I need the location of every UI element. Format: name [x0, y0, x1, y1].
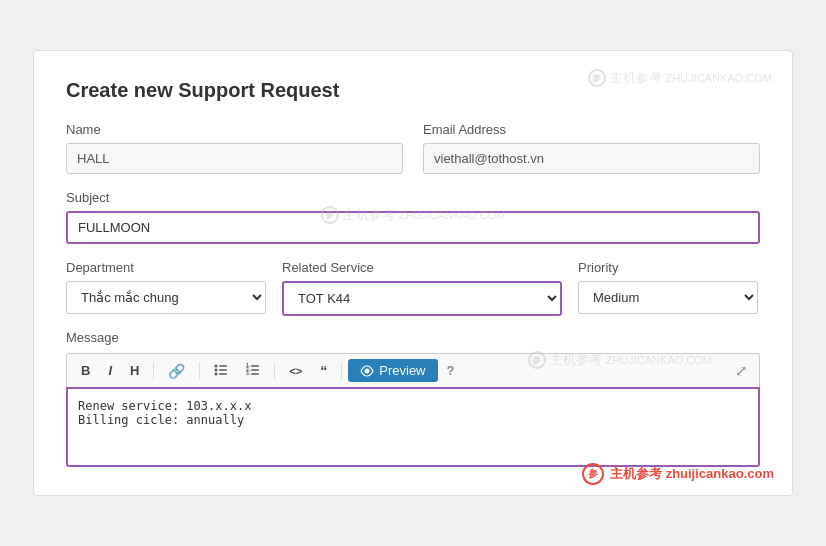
link-button[interactable]: 🔗: [160, 359, 193, 383]
heading-button[interactable]: H: [122, 359, 147, 382]
svg-text:3.: 3.: [246, 370, 251, 376]
message-section: Message B I H 🔗: [66, 330, 760, 471]
subject-row: Subject: [66, 190, 760, 244]
svg-rect-11: [251, 373, 259, 375]
card-title: Create new Support Request: [66, 79, 760, 102]
related-service-select[interactable]: TOT K44 TOT K33 Khác: [282, 281, 562, 316]
svg-rect-7: [251, 365, 259, 367]
support-request-card: 参 主机参考 ZHUJICANKAO.COM 参 主机参考 ZHUJICANKA…: [33, 50, 793, 496]
related-service-group: Related Service TOT K44 TOT K33 Khác: [282, 260, 562, 316]
email-input[interactable]: [423, 143, 760, 174]
name-input[interactable]: [66, 143, 403, 174]
preview-label: Preview: [379, 363, 425, 378]
priority-group: Priority Low Medium High Critical: [578, 260, 758, 316]
separator-1: [153, 362, 154, 380]
watermark-bottom-circle: 参: [582, 463, 604, 485]
department-label: Department: [66, 260, 266, 275]
svg-point-4: [215, 373, 218, 376]
watermark-bottom: 参 主机参考 zhuijicankao.com: [582, 463, 774, 485]
ordered-list-button[interactable]: 1. 2. 3.: [238, 358, 268, 383]
related-service-label: Related Service: [282, 260, 562, 275]
subject-label: Subject: [66, 190, 760, 205]
subject-input[interactable]: [66, 211, 760, 244]
code-button[interactable]: <>: [281, 361, 310, 381]
preview-button[interactable]: Preview: [348, 359, 437, 382]
svg-rect-9: [251, 369, 259, 371]
subject-group: Subject: [66, 190, 760, 244]
svg-rect-5: [219, 373, 227, 375]
quote-button[interactable]: “: [312, 359, 335, 383]
bold-button[interactable]: B: [73, 359, 98, 382]
dept-service-priority-row: Department Thắc mắc chung Kỹ thuật Thanh…: [66, 260, 760, 316]
email-label: Email Address: [423, 122, 760, 137]
name-group: Name: [66, 122, 403, 174]
expand-button[interactable]: ⤢: [730, 360, 753, 382]
help-button[interactable]: ?: [440, 360, 462, 382]
department-select[interactable]: Thắc mắc chung Kỹ thuật Thanh toán Khác: [66, 281, 266, 314]
separator-2: [199, 362, 200, 380]
separator-3: [274, 362, 275, 380]
svg-point-12: [365, 368, 370, 373]
message-textarea[interactable]: Renew service: 103.x.x.x Billing cicle: …: [66, 387, 760, 467]
watermark-bottom-text: 主机参考 zhuijicankao.com: [610, 465, 774, 483]
priority-select[interactable]: Low Medium High Critical: [578, 281, 758, 314]
message-toolbar: B I H 🔗: [66, 353, 760, 387]
priority-label: Priority: [578, 260, 758, 275]
name-label: Name: [66, 122, 403, 137]
department-group: Department Thắc mắc chung Kỹ thuật Thanh…: [66, 260, 266, 316]
page-wrapper: 参 主机参考 ZHUJICANKAO.COM 参 主机参考 ZHUJICANKA…: [0, 0, 826, 546]
svg-point-0: [215, 365, 218, 368]
italic-button[interactable]: I: [100, 359, 120, 382]
email-group: Email Address: [423, 122, 760, 174]
name-email-row: Name Email Address: [66, 122, 760, 174]
svg-rect-1: [219, 365, 227, 367]
message-label: Message: [66, 330, 760, 345]
svg-rect-3: [219, 369, 227, 371]
svg-point-2: [215, 369, 218, 372]
unordered-list-button[interactable]: [206, 358, 236, 383]
separator-4: [341, 362, 342, 380]
